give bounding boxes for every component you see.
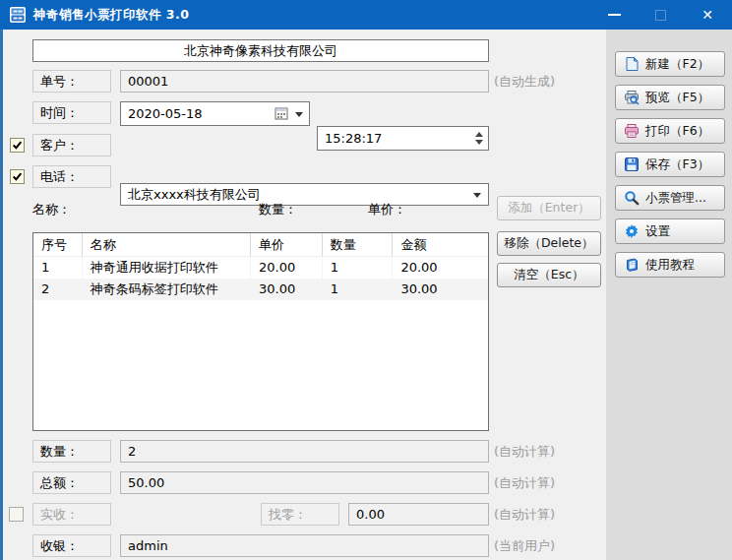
receipt-manage-icon: [624, 190, 640, 206]
new-button[interactable]: 新建（F2）: [615, 51, 725, 77]
customer-combobox[interactable]: 北京xxxx科技有限公司: [120, 183, 489, 206]
spin-up-icon[interactable]: [475, 132, 483, 137]
time-value: 15:28:17: [325, 131, 382, 146]
print-button[interactable]: 打印（F6）: [615, 118, 725, 144]
item-qty-label: 数量：: [259, 198, 297, 220]
printer-icon: [624, 123, 640, 139]
received-label: 实收：: [32, 503, 111, 526]
save-icon: [624, 156, 640, 172]
settings-button[interactable]: 设置: [615, 218, 725, 244]
order-number-hint: (自动生成): [494, 70, 555, 93]
order-number-label: 单号：: [32, 70, 111, 93]
total-amount-hint: (自动计算): [494, 471, 555, 494]
cashier-label: 收银：: [32, 534, 111, 557]
total-qty-label: 数量：: [32, 440, 111, 463]
col-header-amount: 金额: [393, 233, 488, 256]
company-name-input[interactable]: 北京神奇像素科技有限公司: [32, 39, 489, 62]
received-checkbox[interactable]: [9, 507, 24, 522]
table-header-row: 序号 名称 单价 数量 金额: [33, 233, 488, 257]
button-label: 打印（F6）: [645, 123, 709, 140]
window-title: 神奇销售小票打印软件 3.0: [33, 0, 190, 30]
button-label: 小票管理...: [645, 190, 706, 207]
tutorial-button[interactable]: 使用教程: [615, 252, 725, 278]
save-button[interactable]: 保存（F3）: [615, 152, 725, 177]
date-picker[interactable]: 2020-05-18: [120, 101, 310, 126]
phone-checkbox[interactable]: [10, 169, 25, 184]
col-header-name: 名称: [83, 233, 251, 256]
maximize-icon: [655, 10, 666, 21]
minimize-button[interactable]: [591, 0, 637, 30]
app-window: 神奇销售小票打印软件 3.0 ✕ 北京神奇像素科技有限公司 单号： 00001 …: [0, 0, 732, 560]
app-logo-icon: [10, 7, 26, 23]
new-doc-icon: [624, 56, 640, 72]
clear-items-button[interactable]: 清空（Esc）: [497, 263, 601, 287]
close-icon: ✕: [702, 8, 713, 22]
customer-value: 北京xxxx科技有限公司: [128, 187, 261, 202]
chevron-down-icon[interactable]: [473, 193, 481, 198]
time-label: 时间：: [32, 101, 111, 124]
tutorial-icon: [624, 257, 640, 273]
table-row[interactable]: 1 神奇通用收据打印软件 20.00 1 20.00: [33, 257, 488, 279]
add-item-button[interactable]: 添加（Enter）: [497, 196, 601, 220]
customer-label: 客户：: [32, 134, 111, 156]
change-hint: (自动计算): [494, 503, 555, 526]
table-row[interactable]: 2 神奇条码标签打印软件 30.00 1 30.00: [33, 279, 488, 300]
change-label: 找零：: [261, 503, 339, 526]
customer-checkbox[interactable]: [10, 138, 25, 153]
titlebar: 神奇销售小票打印软件 3.0 ✕: [0, 0, 732, 30]
total-amount-label: 总额：: [32, 471, 111, 494]
remove-item-button[interactable]: 移除（Delete）: [497, 231, 601, 256]
button-label: 使用教程: [645, 257, 695, 274]
phone-label: 电话：: [32, 165, 111, 188]
button-label: 保存（F3）: [645, 156, 709, 173]
item-price-label: 单价：: [368, 198, 406, 220]
check-icon: [12, 171, 23, 182]
col-header-qty: 数量: [323, 233, 394, 256]
spin-down-icon[interactable]: [475, 140, 483, 145]
close-button[interactable]: ✕: [683, 0, 732, 30]
total-amount-field: 50.00: [120, 471, 489, 494]
button-label: 预览（F5）: [645, 90, 709, 106]
check-icon: [12, 140, 23, 151]
change-field: 0.00: [348, 503, 489, 526]
calendar-icon: [274, 105, 289, 128]
col-header-price: 单价: [251, 233, 323, 256]
receipt-manage-button[interactable]: 小票管理...: [615, 185, 725, 211]
window-left-border: [0, 30, 3, 560]
preview-button[interactable]: 预览（F5）: [615, 85, 725, 110]
settings-icon: [624, 223, 640, 239]
items-table[interactable]: 序号 名称 单价 数量 金额 1 神奇通用收据打印软件 20.00 1 20.0…: [32, 232, 489, 431]
item-name-label: 名称：: [32, 198, 71, 220]
col-header-index: 序号: [33, 233, 83, 256]
minimize-icon: [608, 14, 621, 16]
time-spinner[interactable]: 15:28:17: [317, 126, 489, 151]
button-label: 设置: [645, 223, 670, 240]
maximize-button[interactable]: [638, 0, 683, 30]
cashier-hint: (当前用户): [494, 534, 555, 557]
chevron-down-icon[interactable]: [295, 112, 303, 117]
date-value: 2020-05-18: [128, 106, 203, 121]
total-qty-hint: (自动计算): [494, 440, 555, 463]
print-preview-icon: [624, 90, 640, 105]
button-label: 新建（F2）: [645, 56, 709, 73]
order-number-field: 00001: [120, 70, 489, 93]
total-qty-field: 2: [120, 440, 489, 463]
cashier-field: admin: [120, 534, 489, 557]
